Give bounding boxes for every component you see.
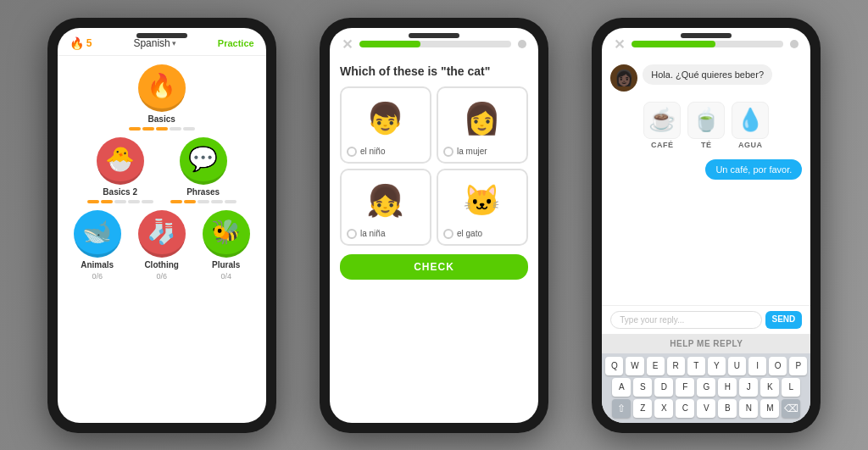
shift-key[interactable]: ⇧ — [612, 399, 631, 418]
key-b[interactable]: B — [718, 399, 737, 418]
skills-header: 🔥 5 Spanish ▾ Practice — [58, 28, 266, 56]
te-icon: 🍵 — [687, 102, 725, 139]
chat-progress-fill — [632, 41, 715, 47]
skill-clothing[interactable]: 🧦 Clothing 0/6 — [138, 210, 186, 281]
nina-radio — [347, 229, 357, 239]
key-g[interactable]: G — [697, 378, 715, 397]
agua-label: AGUA — [738, 141, 763, 149]
chat-close-icon[interactable]: ✕ — [614, 36, 625, 53]
phone-chat: ✕ 👩🏿 Hola. ¿Qué quieres beber? ☕ CAFÉ — [592, 18, 821, 433]
key-e[interactable]: E — [647, 357, 665, 375]
prog-ph-1 — [170, 200, 182, 203]
key-p[interactable]: P — [789, 357, 807, 375]
gato-label: el gato — [457, 229, 482, 238]
key-j[interactable]: J — [739, 378, 758, 397]
basics-progress — [129, 127, 195, 131]
quiz-header: ✕ — [330, 28, 538, 58]
prog-5 — [183, 127, 195, 131]
user-reply-bubble: Un café, por favor. — [705, 159, 802, 180]
plurals-icon: 🐝 — [203, 210, 250, 258]
backspace-key[interactable]: ⌫ — [782, 399, 800, 418]
agua-icon: 💧 — [732, 102, 769, 139]
key-l[interactable]: L — [782, 378, 800, 397]
language-selector[interactable]: Spanish ▾ — [133, 37, 175, 49]
key-s[interactable]: S — [633, 378, 652, 397]
prog-1 — [129, 127, 141, 131]
check-button[interactable]: CHECK — [340, 254, 528, 280]
chat-progress-dot-icon — [790, 40, 798, 48]
skills-screen: 🔥 5 Spanish ▾ Practice 🔥 Basics — [58, 28, 266, 423]
prog-ph-5 — [225, 200, 236, 203]
key-d[interactable]: D — [654, 378, 673, 397]
prog-b2-2 — [101, 200, 113, 203]
streak-count: 5 — [86, 37, 92, 49]
basics2-label: Basics 2 — [103, 187, 137, 197]
skill-basics[interactable]: 🔥 Basics — [129, 64, 195, 131]
animals-sublabel: 0/6 — [92, 272, 103, 281]
quiz-option-gato[interactable]: 🐱 el gato — [437, 169, 528, 246]
chat-progress-track — [632, 41, 783, 47]
quiz-option-nina[interactable]: 👧 la niña — [340, 169, 431, 246]
quiz-options-grid: 👦 el niño 👩 la mujer — [340, 86, 528, 246]
beverage-agua[interactable]: 💧 AGUA — [732, 102, 769, 149]
skill-plurals[interactable]: 🐝 Plurals 0/4 — [203, 210, 250, 281]
help-button[interactable]: HELP ME REPLY — [602, 334, 810, 353]
keyboard-row-1: Q W E R T Y U I O P — [605, 357, 807, 375]
key-o[interactable]: O — [769, 357, 787, 375]
key-r[interactable]: R — [667, 357, 685, 375]
prog-ph-2 — [184, 200, 196, 203]
key-y[interactable]: Y — [708, 357, 726, 375]
prog-b2-5 — [142, 200, 153, 203]
key-u[interactable]: U — [728, 357, 746, 375]
clothing-icon: 🧦 — [138, 210, 186, 258]
clothing-label: Clothing — [144, 260, 179, 269]
skill-basics2[interactable]: 🐣 Basics 2 — [87, 137, 153, 203]
key-m[interactable]: M — [760, 399, 779, 418]
key-z[interactable]: Z — [633, 399, 652, 418]
key-a[interactable]: A — [612, 378, 631, 397]
skill-phrases[interactable]: 💬 Phrases — [170, 137, 236, 203]
send-button[interactable]: SEND — [765, 311, 803, 329]
beverage-options: ☕ CAFÉ 🍵 TÉ 💧 AGUA — [610, 102, 802, 149]
key-n[interactable]: N — [739, 399, 758, 418]
quiz-progress-fill — [359, 41, 420, 47]
key-t[interactable]: T — [687, 357, 705, 375]
quiz-option-mujer[interactable]: 👩 la mujer — [437, 86, 528, 164]
key-i[interactable]: I — [748, 357, 766, 375]
keyboard: Q W E R T Y U I O P A S D F G H — [602, 353, 810, 423]
skill-row-3: 🐋 Animals 0/6 🧦 Clothing 0/6 🐝 Plurals 0… — [70, 210, 254, 281]
greeting-row: 👩🏿 Hola. ¿Qué quieres beber? — [610, 64, 802, 92]
practice-button[interactable]: Practice — [218, 38, 254, 48]
gato-avatar: 🐱 — [457, 175, 508, 226]
chat-input[interactable]: Type your reply... — [610, 311, 761, 329]
skill-animals[interactable]: 🐋 Animals 0/6 — [74, 210, 121, 281]
key-f[interactable]: F — [676, 378, 694, 397]
progress-dot-icon — [518, 40, 526, 48]
key-v[interactable]: V — [697, 399, 715, 418]
key-h[interactable]: H — [718, 378, 737, 397]
prog-2 — [142, 127, 154, 131]
key-c[interactable]: C — [676, 399, 694, 418]
key-k[interactable]: K — [760, 378, 779, 397]
nina-radio-row: la niña — [347, 229, 425, 239]
prog-3 — [156, 127, 168, 131]
nino-radio-row: el niño — [347, 147, 425, 157]
phone-quiz: ✕ Which of these is "the cat" 👦 el niño — [320, 18, 548, 433]
gato-radio — [443, 229, 453, 239]
key-q[interactable]: Q — [605, 357, 623, 375]
quiz-screen: ✕ Which of these is "the cat" 👦 el niño — [330, 28, 538, 423]
nino-radio — [347, 147, 357, 157]
animals-label: Animals — [81, 260, 114, 269]
beverage-te[interactable]: 🍵 TÉ — [687, 102, 725, 149]
close-icon[interactable]: ✕ — [342, 36, 353, 53]
te-label: TÉ — [701, 141, 712, 149]
plurals-sublabel: 0/4 — [220, 272, 231, 281]
chat-screen: ✕ 👩🏿 Hola. ¿Qué quieres beber? ☕ CAFÉ — [602, 28, 810, 423]
quiz-option-nino[interactable]: 👦 el niño — [340, 86, 431, 164]
prog-b2-4 — [128, 200, 140, 203]
beverage-cafe[interactable]: ☕ CAFÉ — [643, 102, 681, 149]
key-x[interactable]: X — [654, 399, 673, 418]
key-w[interactable]: W — [626, 357, 643, 375]
scene: 🔥 5 Spanish ▾ Practice 🔥 Basics — [0, 0, 868, 450]
prog-ph-4 — [211, 200, 223, 203]
